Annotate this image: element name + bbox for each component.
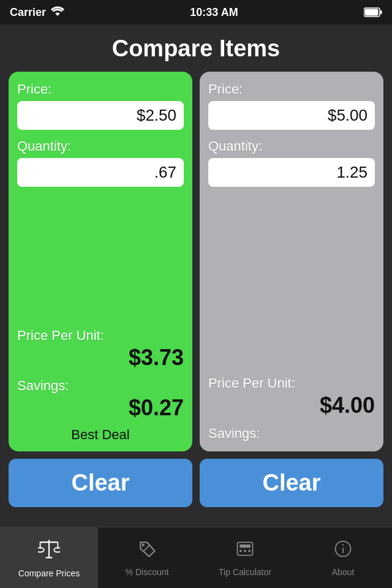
tab-compare-prices-label: Compare Prices: [18, 568, 80, 578]
tab-compare-prices[interactable]: Compare Prices: [0, 527, 98, 588]
left-price-label: Price:: [17, 81, 184, 97]
right-price-per-unit-label: Price Per Unit:: [208, 375, 375, 391]
main-content: Price: Quantity: Price Per Unit: $3.73 S…: [0, 72, 392, 451]
left-item-panel: Price: Quantity: Price Per Unit: $3.73 S…: [9, 72, 192, 451]
svg-point-7: [38, 548, 44, 552]
left-price-input[interactable]: [17, 101, 184, 130]
svg-rect-15: [244, 549, 246, 552]
right-price-per-unit-value: $4.00: [208, 393, 375, 418]
svg-point-19: [342, 544, 344, 546]
clear-buttons-row: Clear Clear: [0, 451, 392, 514]
tab-tip-calculator-label: Tip Calculator: [219, 567, 271, 577]
page-title: Compare Items: [0, 24, 392, 72]
svg-rect-1: [380, 10, 382, 14]
right-results: Price Per Unit: $4.00 Savings:: [208, 363, 375, 443]
left-price-per-unit-label: Price Per Unit:: [17, 328, 184, 344]
tab-about[interactable]: About: [294, 527, 392, 588]
left-quantity-input[interactable]: [17, 158, 184, 187]
clear-left-button[interactable]: Clear: [9, 459, 192, 507]
right-price-input[interactable]: [208, 101, 375, 130]
tab-tip-calculator[interactable]: Tip Calculator: [196, 527, 294, 588]
tab-discount-label: % Discount: [126, 567, 169, 577]
carrier-text: Carrier: [10, 6, 64, 19]
battery-icon: [364, 7, 382, 17]
svg-rect-13: [239, 544, 251, 547]
tab-about-label: About: [332, 567, 355, 577]
carrier-label: Carrier: [10, 6, 46, 19]
status-bar: Carrier 10:33 AM: [0, 0, 392, 24]
clear-right-button[interactable]: Clear: [200, 459, 383, 507]
left-price-per-unit-value: $3.73: [17, 345, 184, 371]
right-item-panel: Price: Quantity: Price Per Unit: $4.00 S…: [200, 72, 383, 451]
right-quantity-label: Quantity:: [208, 138, 375, 154]
info-icon: [333, 539, 353, 564]
right-quantity-input[interactable]: [208, 158, 375, 187]
time-display: 10:33 AM: [190, 6, 238, 19]
svg-point-8: [54, 548, 60, 552]
svg-rect-16: [248, 549, 251, 552]
tab-bar: Compare Prices % Discount Tip Calculator: [0, 527, 392, 588]
right-price-label: Price:: [208, 81, 375, 97]
svg-point-10: [142, 543, 145, 546]
left-savings-label: Savings:: [17, 378, 184, 394]
svg-rect-12: [238, 542, 253, 555]
svg-line-11: [144, 545, 149, 551]
svg-rect-14: [239, 549, 242, 552]
left-quantity-label: Quantity:: [17, 138, 184, 154]
left-results: Price Per Unit: $3.73 Savings: $0.27 Bes…: [17, 315, 184, 443]
right-savings-label: Savings:: [208, 426, 375, 442]
left-savings-value: $0.27: [17, 395, 184, 421]
wifi-icon: [51, 6, 64, 18]
scale-icon: [38, 538, 60, 565]
tag-icon: [137, 539, 157, 564]
tab-discount[interactable]: % Discount: [98, 527, 196, 588]
svg-rect-2: [364, 9, 378, 16]
calculator-icon: [235, 539, 255, 564]
best-deal-badge: Best Deal: [17, 427, 184, 443]
